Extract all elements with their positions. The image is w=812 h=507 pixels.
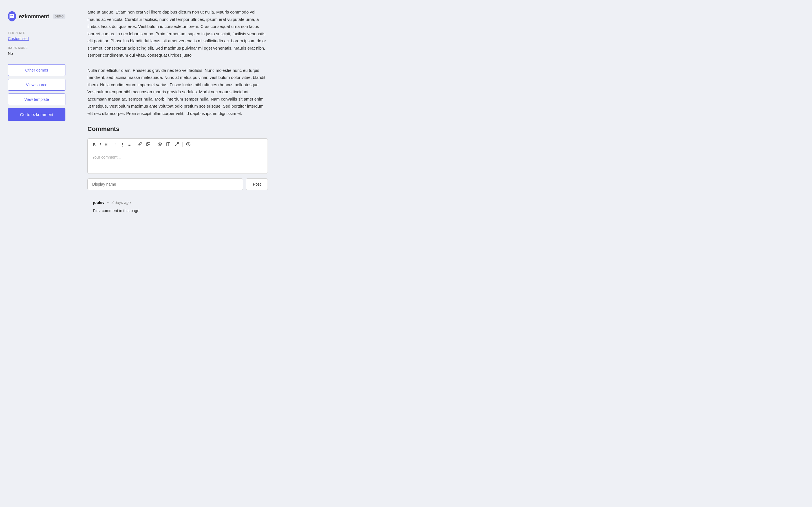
view-source-button[interactable]: View source [8,79,65,91]
toolbar-divider-2 [134,142,134,147]
toolbar-split[interactable] [164,141,172,149]
comment-item: joulev • 4 days ago First comment in thi… [87,195,268,219]
logo-icon [8,11,16,21]
comment-meta: joulev • 4 days ago [93,200,262,205]
toolbar-ordered-list[interactable]: ≡ [126,142,132,148]
svg-point-2 [159,144,160,145]
logo-area: ezkomment DEMO [8,11,65,21]
article-paragraph-1: ante ut augue. Etiam non erat vel libero… [87,8,268,59]
svg-point-1 [147,144,148,144]
display-name-input[interactable] [87,178,243,190]
toolbar-bold[interactable]: B [91,142,97,148]
editor-toolbar: B I H " ⋮ ≡ [88,138,267,151]
post-button[interactable]: Post [246,178,268,190]
toolbar-divider-1 [111,142,111,147]
main-content: ante ut augue. Etiam non erat vel libero… [73,0,282,507]
comment-placeholder: Your comment... [92,155,121,159]
template-label: TEMPLATE [8,32,65,35]
toolbar-fullscreen[interactable] [173,141,181,149]
view-template-button[interactable]: View template [8,94,65,105]
dark-mode-value: No [8,51,65,56]
toolbar-italic[interactable]: I [98,142,102,148]
sidebar-buttons: Other demos View source View template Go… [8,64,65,121]
svg-line-5 [177,143,179,144]
toolbar-divider-3 [154,142,154,147]
sidebar: ezkomment DEMO TEMPLATE Customised DARK … [0,0,73,507]
comment-editor: B I H " ⋮ ≡ [87,138,268,174]
toolbar-blockquote[interactable]: " [113,142,118,148]
comment-form-row: Post [87,178,268,190]
svg-line-6 [175,145,176,146]
demo-badge: DEMO [53,14,65,18]
comment-author: joulev [93,200,104,205]
comment-time: 4 days ago [111,200,131,205]
dark-mode-section: DARK MODE No [8,47,65,56]
toolbar-heading[interactable]: H [103,142,109,148]
toolbar-preview[interactable] [156,141,164,149]
toolbar-help[interactable] [185,141,192,149]
other-demos-button[interactable]: Other demos [8,64,65,76]
article-paragraph-2: Nulla non efficitur diam. Phasellus grav… [87,67,268,117]
dark-mode-label: DARK MODE [8,47,65,50]
template-value[interactable]: Customised [8,36,65,41]
comment-textarea[interactable]: Your comment... [88,151,267,173]
comment-dot: • [107,200,109,205]
logo-text: ezkomment [19,13,49,20]
toolbar-unordered-list[interactable]: ⋮ [119,142,126,148]
toolbar-link[interactable] [136,141,144,149]
comment-body: First comment in this page. [93,208,262,214]
toolbar-image[interactable] [144,141,152,149]
comments-title: Comments [87,125,268,133]
comments-section: Comments B I H " ⋮ ≡ [87,125,268,219]
template-section: TEMPLATE Customised [8,32,65,41]
go-to-ezkomment-button[interactable]: Go to ezkomment [8,108,65,121]
